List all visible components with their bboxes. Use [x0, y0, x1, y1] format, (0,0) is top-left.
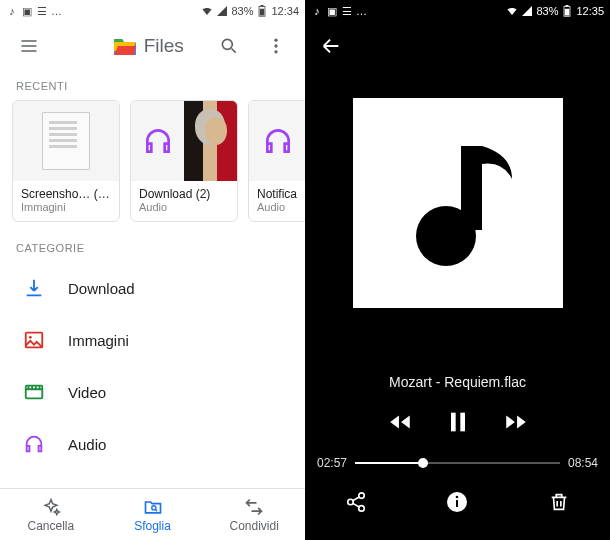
app-bar: Files: [0, 22, 305, 70]
download-icon: [20, 274, 48, 302]
svg-point-6: [275, 50, 278, 53]
category-label: Video: [68, 384, 106, 401]
overflow-menu-button[interactable]: [259, 28, 293, 64]
svg-point-4: [275, 39, 278, 42]
mozart-portrait-thumb: [184, 101, 237, 181]
svg-rect-1: [261, 5, 264, 7]
pause-icon: [444, 408, 472, 436]
clock-text: 12:34: [271, 5, 299, 17]
track-title: Mozart - Requiem.flac: [305, 374, 610, 390]
pause-button[interactable]: [442, 406, 474, 438]
music-note-icon: [383, 128, 533, 278]
forward-button[interactable]: [500, 406, 532, 438]
svg-point-15: [416, 206, 476, 266]
bottom-nav: Cancella Sfoglia Condividi: [0, 488, 305, 540]
files-app-screen: ♪ ▣ ☰ … 83% 12:34: [0, 0, 305, 540]
card-subtitle: Immagini: [21, 201, 111, 213]
send-receive-icon: [244, 497, 264, 517]
more-indicator: …: [356, 5, 367, 17]
music-note-icon: ♪: [311, 5, 323, 17]
search-button[interactable]: [212, 28, 246, 64]
svg-point-18: [359, 493, 365, 499]
share-button[interactable]: [340, 486, 372, 518]
category-video[interactable]: Video: [4, 366, 301, 418]
card-subtitle: Audio: [139, 201, 229, 213]
rewind-button[interactable]: [384, 406, 416, 438]
nav-label: Sfoglia: [134, 519, 171, 533]
status-bar: ♪ ▣ ☰ … 83% 12:35: [305, 0, 610, 22]
folder-search-icon: [143, 497, 163, 517]
share-icon: [345, 491, 367, 513]
image-icon: [20, 326, 48, 354]
audio-player-screen: ♪ ▣ ☰ … 83% 12:35: [305, 0, 610, 540]
nav-label: Cancella: [27, 519, 74, 533]
signal-icon: [216, 5, 228, 17]
headphones-icon: [142, 125, 174, 157]
recent-card[interactable]: Download (2) Audio: [130, 100, 238, 222]
rewind-icon: [387, 409, 413, 435]
trash-icon: [548, 491, 570, 513]
svg-point-10: [151, 505, 155, 509]
recent-cards-row: Screensho… (146) Immagini Download (2) A…: [0, 100, 305, 232]
svg-rect-22: [456, 500, 458, 507]
recent-card[interactable]: Notifica Audio: [248, 100, 305, 222]
svg-point-19: [348, 499, 354, 505]
card-title: Screensho… (146): [21, 187, 111, 201]
nav-clean[interactable]: Cancella: [0, 489, 102, 540]
back-button[interactable]: [315, 30, 347, 62]
svg-point-5: [275, 44, 278, 47]
nav-browse[interactable]: Sfoglia: [102, 489, 204, 540]
music-note-icon: ♪: [6, 5, 18, 17]
battery-icon: [561, 5, 573, 17]
hamburger-icon: [19, 36, 39, 56]
category-images[interactable]: Immagini: [4, 314, 301, 366]
category-label: Download: [68, 280, 135, 297]
card-title: Download (2): [139, 187, 229, 201]
battery-text: 83%: [231, 5, 253, 17]
screenshot-thumb-icon: [42, 112, 90, 170]
category-audio[interactable]: Audio: [4, 418, 301, 470]
section-header-recent: RECENTI: [0, 70, 305, 100]
progress-handle[interactable]: [418, 458, 428, 468]
time-elapsed: 02:57: [317, 456, 347, 470]
files-logo-icon: [112, 35, 138, 57]
sd-icon: ☰: [36, 5, 48, 17]
svg-point-3: [222, 39, 232, 49]
card-title: Notifica: [257, 187, 299, 201]
sparkle-icon: [41, 497, 61, 517]
svg-rect-12: [566, 5, 569, 7]
info-button[interactable]: [441, 486, 473, 518]
arrow-back-icon: [320, 35, 342, 57]
search-icon: [219, 36, 239, 56]
app-title: Files: [144, 35, 184, 57]
battery-text: 83%: [536, 5, 558, 17]
more-indicator: …: [51, 5, 62, 17]
category-download[interactable]: Download: [4, 262, 301, 314]
svg-rect-17: [460, 413, 465, 432]
album-art: [353, 98, 563, 308]
playback-controls: [305, 406, 610, 438]
more-vert-icon: [266, 36, 286, 56]
sd-icon: ☰: [341, 5, 353, 17]
forward-icon: [503, 409, 529, 435]
svg-point-20: [359, 506, 365, 512]
wifi-icon: [506, 5, 518, 17]
headphones-icon: [20, 430, 48, 458]
signal-icon: [521, 5, 533, 17]
time-duration: 08:54: [568, 456, 598, 470]
category-label: Audio: [68, 436, 106, 453]
image-icon: ▣: [21, 5, 33, 17]
svg-point-23: [456, 496, 459, 499]
nav-label: Condividi: [230, 519, 279, 533]
menu-button[interactable]: [12, 28, 46, 64]
battery-icon: [256, 5, 268, 17]
card-subtitle: Audio: [257, 201, 299, 213]
clock-text: 12:35: [576, 5, 604, 17]
info-icon: [445, 490, 469, 514]
progress-bar[interactable]: [355, 462, 560, 464]
delete-button[interactable]: [543, 486, 575, 518]
recent-card[interactable]: Screensho… (146) Immagini: [12, 100, 120, 222]
svg-rect-16: [451, 413, 456, 432]
nav-share[interactable]: Condividi: [203, 489, 305, 540]
image-icon: ▣: [326, 5, 338, 17]
